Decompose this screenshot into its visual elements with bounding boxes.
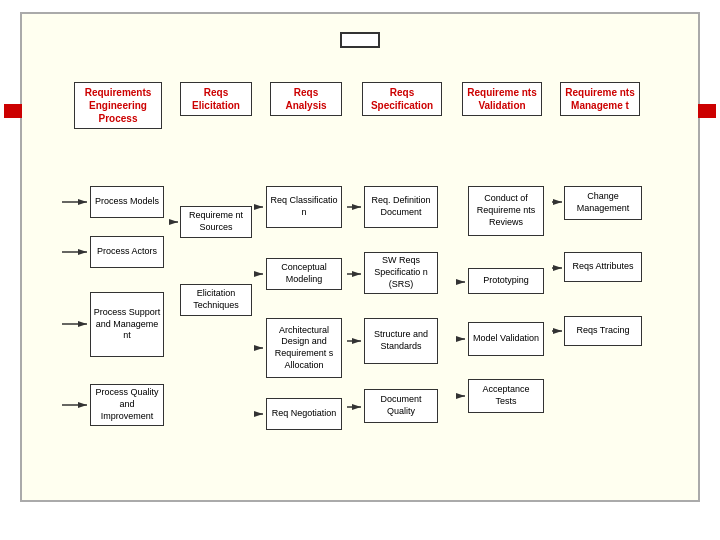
sw-reqs-spec: SW Reqs Specificatio n (SRS) xyxy=(364,252,438,294)
red-bar-right xyxy=(698,104,716,118)
req-sources: Requireme nt Sources xyxy=(180,206,252,238)
document-quality: Document Quality xyxy=(364,389,438,423)
col-header-col4: Reqs Specification xyxy=(362,82,442,116)
main-container: Requirements Engineering ProcessReqs Eli… xyxy=(0,0,720,540)
req-classification: Req Classificatio n xyxy=(266,186,342,228)
reqs-attributes: Reqs Attributes xyxy=(564,252,642,282)
conduct-reviews: Conduct of Requireme nts Reviews xyxy=(468,186,544,236)
prototyping: Prototyping xyxy=(468,268,544,294)
structure-standards: Structure and Standards xyxy=(364,318,438,364)
change-management: Change Management xyxy=(564,186,642,220)
req-definition: Req. Definition Document xyxy=(364,186,438,228)
col-header-col3: Reqs Analysis xyxy=(270,82,342,116)
conceptual-modeling: Conceptual Modeling xyxy=(266,258,342,290)
col-header-col6: Requireme nts Manageme t xyxy=(560,82,640,116)
process-models: Process Models xyxy=(90,186,164,218)
acceptance-tests: Acceptance Tests xyxy=(468,379,544,413)
elicitation-techniques: Elicitation Techniques xyxy=(180,284,252,316)
col-header-col5: Requireme nts Validation xyxy=(462,82,542,116)
col-header-col1: Requirements Engineering Process xyxy=(74,82,162,129)
col-header-col2: Reqs Elicitation xyxy=(180,82,252,116)
process-support: Process Support and Manageme nt xyxy=(90,292,164,357)
req-negotiation: Req Negotiation xyxy=(266,398,342,430)
process-quality: Process Quality and Improvement xyxy=(90,384,164,426)
red-bar-left xyxy=(4,104,22,118)
reqs-tracing: Reqs Tracing xyxy=(564,316,642,346)
diagram-area: Requirements Engineering ProcessReqs Eli… xyxy=(20,12,700,502)
main-title xyxy=(340,32,380,48)
model-validation: Model Validation xyxy=(468,322,544,356)
process-actors: Process Actors xyxy=(90,236,164,268)
arch-design: Architectural Design and Requirement s A… xyxy=(266,318,342,378)
